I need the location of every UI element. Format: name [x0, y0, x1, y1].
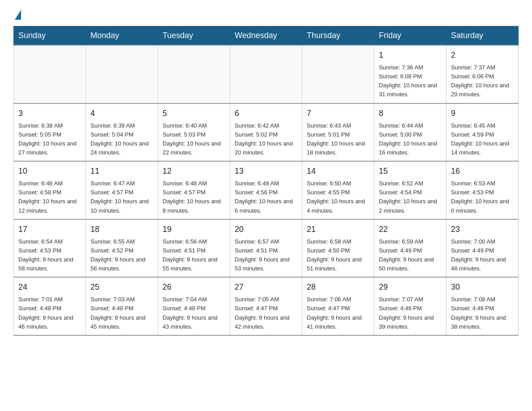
week-row-4: 17Sunrise: 6:54 AM Sunset: 4:53 PM Dayli…: [14, 219, 519, 278]
day-number: 10: [18, 165, 81, 177]
day-number: 15: [379, 165, 442, 177]
calendar-cell: 8Sunrise: 6:44 AM Sunset: 5:00 PM Daylig…: [374, 103, 446, 162]
calendar-cell: 23Sunrise: 7:00 AM Sunset: 4:49 PM Dayli…: [446, 219, 519, 278]
day-info: Sunrise: 7:05 AM Sunset: 4:47 PM Dayligh…: [235, 295, 297, 331]
weekday-header-row: SundayMondayTuesdayWednesdayThursdayFrid…: [14, 26, 519, 46]
day-info: Sunrise: 6:48 AM Sunset: 4:57 PM Dayligh…: [163, 179, 225, 215]
day-number: 8: [379, 107, 442, 120]
day-number: 17: [18, 223, 81, 235]
calendar-cell: 28Sunrise: 7:06 AM Sunset: 4:47 PM Dayli…: [302, 277, 374, 335]
calendar-cell: 29Sunrise: 7:07 AM Sunset: 4:46 PM Dayli…: [374, 277, 446, 335]
day-number: 9: [451, 107, 514, 120]
day-number: 7: [307, 107, 369, 120]
day-info: Sunrise: 6:42 AM Sunset: 5:02 PM Dayligh…: [235, 121, 297, 158]
day-number: 20: [235, 223, 297, 235]
calendar-cell: 14Sunrise: 6:50 AM Sunset: 4:55 PM Dayli…: [302, 161, 374, 219]
day-number: 5: [163, 107, 225, 120]
day-number: 13: [235, 165, 297, 177]
weekday-header-saturday: Saturday: [446, 26, 519, 46]
page-header: [13, 9, 519, 18]
calendar-cell: 5Sunrise: 6:40 AM Sunset: 5:03 PM Daylig…: [158, 103, 230, 162]
week-row-1: 1Sunrise: 7:36 AM Sunset: 6:08 PM Daylig…: [14, 45, 519, 103]
calendar-cell: 9Sunrise: 6:45 AM Sunset: 4:59 PM Daylig…: [446, 103, 519, 162]
day-info: Sunrise: 6:44 AM Sunset: 5:00 PM Dayligh…: [379, 121, 442, 158]
week-row-5: 24Sunrise: 7:01 AM Sunset: 4:48 PM Dayli…: [14, 277, 519, 335]
weekday-header-tuesday: Tuesday: [158, 26, 230, 46]
day-info: Sunrise: 7:07 AM Sunset: 4:46 PM Dayligh…: [379, 295, 442, 331]
day-number: 19: [163, 223, 225, 235]
day-info: Sunrise: 6:38 AM Sunset: 5:05 PM Dayligh…: [18, 121, 81, 158]
day-info: Sunrise: 6:47 AM Sunset: 4:57 PM Dayligh…: [90, 179, 153, 215]
week-row-3: 10Sunrise: 6:46 AM Sunset: 4:58 PM Dayli…: [14, 161, 519, 219]
day-info: Sunrise: 7:04 AM Sunset: 4:48 PM Dayligh…: [163, 295, 225, 331]
day-info: Sunrise: 6:59 AM Sunset: 4:49 PM Dayligh…: [379, 237, 442, 274]
calendar-cell: 11Sunrise: 6:47 AM Sunset: 4:57 PM Dayli…: [86, 161, 158, 219]
calendar-cell: 24Sunrise: 7:01 AM Sunset: 4:48 PM Dayli…: [14, 277, 86, 335]
calendar-cell: 4Sunrise: 6:39 AM Sunset: 5:04 PM Daylig…: [86, 103, 158, 162]
calendar-cell: 10Sunrise: 6:46 AM Sunset: 4:58 PM Dayli…: [14, 161, 86, 219]
day-number: 21: [307, 223, 369, 235]
day-info: Sunrise: 6:46 AM Sunset: 4:58 PM Dayligh…: [18, 179, 81, 215]
day-info: Sunrise: 6:50 AM Sunset: 4:55 PM Dayligh…: [307, 179, 369, 215]
weekday-header-monday: Monday: [86, 26, 158, 46]
day-info: Sunrise: 7:37 AM Sunset: 6:06 PM Dayligh…: [451, 63, 514, 99]
day-info: Sunrise: 7:01 AM Sunset: 4:48 PM Dayligh…: [18, 295, 81, 331]
calendar-cell: 2Sunrise: 7:37 AM Sunset: 6:06 PM Daylig…: [446, 45, 519, 103]
calendar-cell: 25Sunrise: 7:03 AM Sunset: 4:48 PM Dayli…: [86, 277, 158, 335]
day-number: 29: [379, 281, 442, 293]
day-number: 26: [163, 281, 225, 293]
day-info: Sunrise: 6:56 AM Sunset: 4:51 PM Dayligh…: [163, 237, 225, 274]
calendar-cell: [158, 45, 230, 103]
day-number: 2: [451, 49, 514, 61]
day-number: 22: [379, 223, 442, 235]
calendar-cell: [230, 45, 302, 103]
day-info: Sunrise: 7:03 AM Sunset: 4:48 PM Dayligh…: [90, 295, 153, 331]
calendar-cell: 12Sunrise: 6:48 AM Sunset: 4:57 PM Dayli…: [158, 161, 230, 219]
day-number: 6: [235, 107, 297, 120]
day-info: Sunrise: 6:53 AM Sunset: 4:53 PM Dayligh…: [451, 179, 514, 215]
calendar-table: SundayMondayTuesdayWednesdayThursdayFrid…: [13, 26, 519, 336]
day-info: Sunrise: 6:45 AM Sunset: 4:59 PM Dayligh…: [451, 121, 514, 158]
day-info: Sunrise: 6:52 AM Sunset: 4:54 PM Dayligh…: [379, 179, 442, 215]
calendar-cell: [302, 45, 374, 103]
day-info: Sunrise: 7:36 AM Sunset: 6:08 PM Dayligh…: [379, 63, 442, 99]
calendar-cell: 18Sunrise: 6:55 AM Sunset: 4:52 PM Dayli…: [86, 219, 158, 278]
calendar-cell: 27Sunrise: 7:05 AM Sunset: 4:47 PM Dayli…: [230, 277, 302, 335]
day-number: 24: [18, 281, 81, 293]
calendar-cell: 22Sunrise: 6:59 AM Sunset: 4:49 PM Dayli…: [374, 219, 446, 278]
weekday-header-thursday: Thursday: [302, 26, 374, 46]
day-number: 18: [90, 223, 153, 235]
day-info: Sunrise: 6:40 AM Sunset: 5:03 PM Dayligh…: [163, 121, 225, 158]
calendar-cell: 7Sunrise: 6:43 AM Sunset: 5:01 PM Daylig…: [302, 103, 374, 162]
day-info: Sunrise: 6:54 AM Sunset: 4:53 PM Dayligh…: [18, 237, 81, 274]
day-number: 27: [235, 281, 297, 293]
day-number: 4: [90, 107, 153, 120]
day-info: Sunrise: 7:06 AM Sunset: 4:47 PM Dayligh…: [307, 295, 369, 331]
calendar-cell: [86, 45, 158, 103]
day-info: Sunrise: 6:49 AM Sunset: 4:56 PM Dayligh…: [235, 179, 297, 215]
day-number: 23: [451, 223, 514, 235]
weekday-header-wednesday: Wednesday: [230, 26, 302, 46]
day-info: Sunrise: 6:57 AM Sunset: 4:51 PM Dayligh…: [235, 237, 297, 274]
logo-triangle-icon: [15, 10, 21, 20]
calendar-cell: 19Sunrise: 6:56 AM Sunset: 4:51 PM Dayli…: [158, 219, 230, 278]
day-number: 25: [90, 281, 153, 293]
calendar-cell: 1Sunrise: 7:36 AM Sunset: 6:08 PM Daylig…: [374, 45, 446, 103]
week-row-2: 3Sunrise: 6:38 AM Sunset: 5:05 PM Daylig…: [14, 103, 519, 162]
calendar-cell: 16Sunrise: 6:53 AM Sunset: 4:53 PM Dayli…: [446, 161, 519, 219]
calendar-cell: 21Sunrise: 6:58 AM Sunset: 4:50 PM Dayli…: [302, 219, 374, 278]
calendar-cell: 26Sunrise: 7:04 AM Sunset: 4:48 PM Dayli…: [158, 277, 230, 335]
day-number: 12: [163, 165, 225, 177]
day-number: 3: [18, 107, 81, 120]
calendar-cell: 6Sunrise: 6:42 AM Sunset: 5:02 PM Daylig…: [230, 103, 302, 162]
day-number: 11: [90, 165, 153, 177]
day-info: Sunrise: 6:39 AM Sunset: 5:04 PM Dayligh…: [90, 121, 153, 158]
calendar-cell: 17Sunrise: 6:54 AM Sunset: 4:53 PM Dayli…: [14, 219, 86, 278]
weekday-header-friday: Friday: [374, 26, 446, 46]
day-number: 14: [307, 165, 369, 177]
day-info: Sunrise: 6:43 AM Sunset: 5:01 PM Dayligh…: [307, 121, 369, 158]
day-number: 1: [379, 49, 442, 61]
day-info: Sunrise: 6:58 AM Sunset: 4:50 PM Dayligh…: [307, 237, 369, 274]
calendar-cell: [14, 45, 86, 103]
logo: [13, 9, 21, 18]
